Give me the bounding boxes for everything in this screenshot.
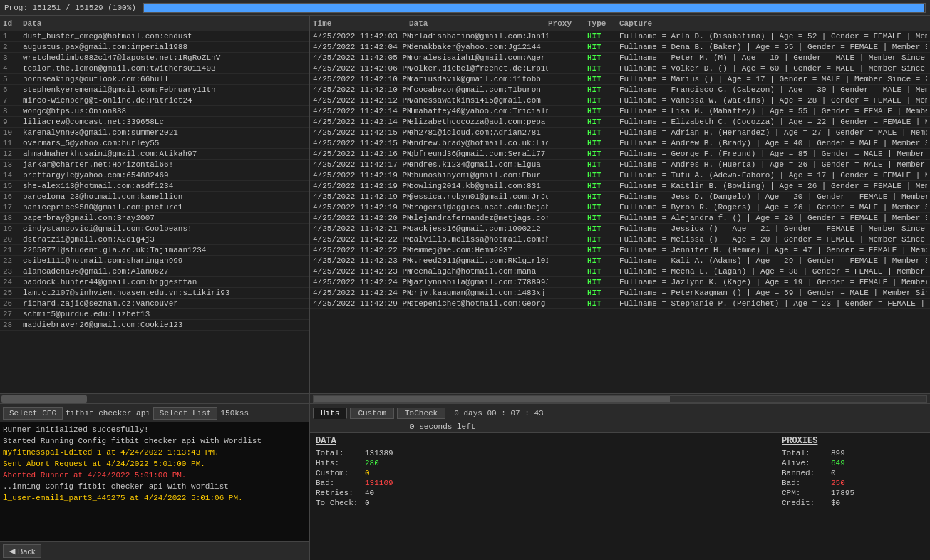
result-row[interactable]: 4/25/2022 11:42:20 PM alejandrafernandez… [310, 213, 930, 224]
result-row[interactable]: 4/25/2022 11:42:19 PM jessica.robyn01@gm… [310, 192, 930, 202]
list-item[interactable]: 18paperbray@gmail.com:Bray2007 [0, 213, 309, 224]
result-row[interactable]: 4/25/2022 11:42:04 PM denakbaker@yahoo.c… [310, 42, 930, 53]
result-row[interactable]: 4/25/2022 11:42:19 PM ebunoshinyemi@gmai… [310, 170, 930, 181]
list-item[interactable]: 25lam.ct2107@sinhvien.hoasen.edu.vn:siti… [0, 288, 309, 299]
list-item[interactable]: 28maddiebraver26@gmail.com:Cookie123 [0, 320, 309, 331]
r-time: 4/25/2022 11:42:20 PM [313, 214, 409, 222]
result-row[interactable]: 4/25/2022 11:42:06 PM volker.diebel@free… [310, 63, 930, 74]
list-item[interactable]: 11overmars_5@yahoo.com:hurley55 [0, 138, 309, 149]
list-item[interactable]: 8wongc@htps.us:Onion888 [0, 106, 309, 117]
tab-hits[interactable]: Hits [313, 408, 347, 419]
list-item[interactable]: 6stephenkyerememail@gmail.com:February11… [0, 85, 309, 95]
list-item[interactable]: 9liliacrew@comcast.net:339658Lc [0, 117, 309, 128]
stat-tocheck-value: 0 [365, 499, 370, 507]
result-row[interactable]: 4/25/2022 11:42:16 PM gbfreund36@gmail.c… [310, 149, 930, 160]
row-data: alancadena96@gmail.com:Alan0627 [23, 267, 169, 276]
list-item[interactable]: 14brettargyle@yahoo.com:654882469 [0, 170, 309, 181]
result-row[interactable]: 4/25/2022 11:42:22 PM calvillo.melissa@h… [310, 234, 930, 245]
select-cfg-button[interactable]: Select CFG [3, 407, 63, 420]
list-item[interactable]: 15she-alex113@hotmail.com:asdf1234 [0, 181, 309, 192]
result-row[interactable]: 4/25/2022 11:42:29 PM stepenichet@hotmai… [310, 299, 930, 309]
stat-credit-label: Credit: [782, 499, 828, 507]
r-data: moralesisaiah1@gmail.com:Ager [409, 53, 548, 62]
result-row[interactable]: 4/25/2022 11:42:03 PM arladisabatino@gma… [310, 31, 930, 42]
result-row[interactable]: 4/25/2022 11:42:24 PM jazlynnabila@gmail… [310, 277, 930, 288]
list-item[interactable]: 16barcelona_23@hotmail.com:kamellion [0, 192, 309, 202]
result-row[interactable]: 4/25/2022 11:42:10 PM fcocabezon@gmail.c… [310, 85, 930, 95]
left-list-scroll[interactable]: 1dust_buster_omega@hotmail.com:endust2au… [0, 31, 309, 393]
tab-tocheck[interactable]: ToCheck [397, 408, 445, 419]
result-row[interactable]: 4/25/2022 11:42:23 PM meenalagah@hotmail… [310, 266, 930, 277]
r-time: 4/25/2022 11:42:04 PM [313, 43, 409, 51]
result-row[interactable]: 4/25/2022 11:42:10 PM mariusdavik@gmail.… [310, 74, 930, 85]
result-row[interactable]: 4/25/2022 11:42:19 PM bowling2014.kb@gma… [310, 181, 930, 192]
r-data: denakbaker@yahoo.com:Jg12144 [409, 43, 548, 51]
list-item[interactable]: 2augustus.pax@gmail.com:imperial1988 [0, 42, 309, 53]
list-item[interactable]: 212265077l@student.gla.ac.uk:Tajimaan123… [0, 245, 309, 256]
r-type: HIT [587, 96, 619, 105]
timer-text: 0 days 00 : 07 : 43 [454, 409, 543, 418]
result-row[interactable]: 4/25/2022 11:42:14 PM elizabethcocozza@a… [310, 117, 930, 128]
result-row[interactable]: 4/25/2022 11:42:19 PM brogers1@aggies.nc… [310, 202, 930, 213]
r-capture: Fullname = Adrian H. (Hernandez) | Age =… [619, 128, 927, 137]
r-type: HIT [587, 299, 619, 308]
list-item[interactable]: 20dstratzii@gmail.com:A2d1g4j3 [0, 234, 309, 245]
result-row[interactable]: 4/25/2022 11:42:15 PM ah2781@icloud.com:… [310, 128, 930, 138]
row-id: 11 [3, 139, 23, 147]
results-scroll[interactable]: 4/25/2022 11:42:03 PM arladisabatino@gma… [310, 31, 930, 393]
list-item[interactable]: 12ahmadmaherkhusaini@gmail.com:Atikah97 [0, 149, 309, 160]
list-item[interactable]: 27schmit5@purdue.edu:Lizbet13 [0, 309, 309, 320]
r-data: elizabethcocozza@aol.com:pepa [409, 118, 548, 126]
left-scroll-x[interactable] [0, 393, 309, 403]
back-btn-row: ◀ Back [0, 541, 309, 560]
r-time: 4/25/2022 11:42:06 PM [313, 64, 409, 73]
stat-total-label: Total: [316, 449, 362, 457]
log-line: Started Running Config fitbit checker ap… [3, 435, 306, 447]
r-proxy [548, 214, 587, 222]
list-item[interactable]: 4tealor.the.lemon@gmail.com:twithers0114… [0, 63, 309, 74]
select-list-button[interactable]: Select List [153, 407, 218, 420]
list-item[interactable]: 7mirco-wienberg@t-online.de:Patriot24 [0, 95, 309, 106]
list-item[interactable]: 13jarkar@charter.net:Horizontal66! [0, 160, 309, 170]
r-capture: Fullname = Dena B. (Baker) | Age = 55 | … [619, 43, 927, 51]
r-proxy [548, 278, 587, 286]
result-row[interactable]: 4/25/2022 11:42:05 PM moralesisaiah1@gma… [310, 53, 930, 63]
r-data: bowling2014.kb@gmail.com:831 [409, 182, 548, 190]
list-item[interactable]: 19cindystancovici@gmail.com:Coolbeans! [0, 224, 309, 234]
list-item[interactable]: 24paddock.hunter44@gmail.com:biggestfan [0, 277, 309, 288]
r-data: k.reed2011@gmail.com:RKlgirl01 [409, 256, 548, 265]
r-time: 4/25/2022 11:42:17 PM [313, 160, 409, 169]
back-button[interactable]: ◀ Back [3, 544, 41, 558]
r-time: 4/25/2022 11:42:19 PM [313, 171, 409, 180]
list-item[interactable]: 5hornseakings@outlook.com:66hull [0, 74, 309, 85]
stat-banned-value: 0 [831, 469, 836, 477]
r-proxy [548, 85, 587, 94]
result-row[interactable]: 4/25/2022 11:42:21 PM backjess16@gmail.c… [310, 224, 930, 234]
r-data: lmahaffey40@yahoo.com:Tricialn [409, 107, 548, 115]
stat-cpm-value: 17895 [831, 489, 854, 497]
list-item[interactable]: 22csibe1111@hotmail.com:sharingan999 [0, 256, 309, 266]
tab-custom[interactable]: Custom [350, 408, 394, 419]
list-item[interactable]: 1dust_buster_omega@hotmail.com:endust [0, 31, 309, 42]
list-item[interactable]: 23alancadena96@gmail.com:Alan0627 [0, 266, 309, 277]
list-item[interactable]: 26richard.zajic@seznam.cz:Vancouver [0, 299, 309, 309]
result-row[interactable]: 4/25/2022 11:42:12 PM vanessawatkins1415… [310, 95, 930, 106]
result-row[interactable]: 4/25/2022 11:42:22 PM hemmej@me.com:Hemm… [310, 245, 930, 256]
list-name-label: 150kss [220, 409, 249, 418]
result-row[interactable]: 4/25/2022 11:42:23 PM k.reed2011@gmail.c… [310, 256, 930, 266]
list-item[interactable]: 3wretchedlimbo882cl47@laposte.net:1RgRoZ… [0, 53, 309, 63]
stat-ptotal-row: Total: 899 [782, 449, 924, 457]
result-row[interactable]: 4/25/2022 11:42:15 PM andrew.brady@hotma… [310, 138, 930, 149]
result-row[interactable]: 4/25/2022 11:42:17 PM andres.k1234@gmail… [310, 160, 930, 170]
result-row[interactable]: 4/25/2022 11:42:24 PM prjv.kaagman@gmail… [310, 288, 930, 299]
result-row[interactable]: 4/25/2022 11:42:14 PM lmahaffey40@yahoo.… [310, 106, 930, 117]
r-proxy [548, 64, 587, 73]
list-item[interactable]: 17naniceprice9580@gmail.com:picture1 [0, 202, 309, 213]
results-scrollx[interactable] [310, 393, 930, 403]
stat-credit-value: $0 [831, 499, 840, 507]
r-capture: Fullname = PeterKaagman () | Age = 59 | … [619, 289, 927, 297]
list-item[interactable]: 10karenalynn03@gmail.com:summer2021 [0, 128, 309, 138]
row-data: overmars_5@yahoo.com:hurley55 [23, 139, 159, 147]
r-data: ah2781@icloud.com:Adrian2781 [409, 128, 548, 137]
r-capture: Fullname = Kaitlin B. (Bowling) | Age = … [619, 182, 927, 190]
